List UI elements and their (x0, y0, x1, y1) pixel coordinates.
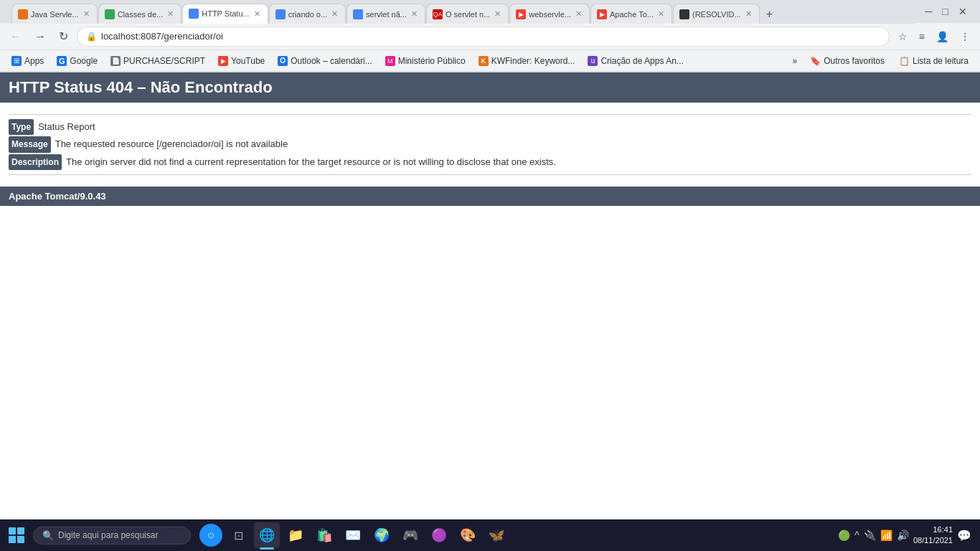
bookmark-label-google: Google (70, 56, 98, 66)
window-maximize-button[interactable]: □ (938, 4, 953, 19)
bookmark-label-youtube: YouTube (231, 56, 265, 66)
window-minimize-button[interactable]: ─ (921, 4, 937, 19)
tab-icon-webservle: ▶ (516, 9, 526, 19)
top-divider (9, 114, 971, 115)
tab-http-status[interactable]: HTTP Statu... ✕ (182, 4, 268, 24)
message-value: The requested resource [/gerenciador/oi]… (55, 136, 288, 152)
tab-close-classes[interactable]: ✕ (166, 9, 175, 19)
tab-icon-criando (275, 9, 286, 19)
description-label: Description (9, 154, 62, 170)
page-header: HTTP Status 404 – Não Encontrado (0, 72, 980, 103)
tab-title-apache: Apache To... (610, 10, 654, 19)
tabs-bar: Java Servle... ✕ Classes de... ✕ HTTP St… (9, 0, 915, 24)
tab-title-java: Java Servle... (31, 10, 79, 19)
message-row: Message The requested resource [/gerenci… (9, 136, 971, 152)
tab-icon-apache: ▶ (597, 9, 607, 19)
address-bar-row: ← → ↻ 🔒 localhost:8087/gerenciador/oi ☆ … (0, 23, 980, 50)
tab-close-http[interactable]: ✕ (253, 9, 262, 19)
bookmark-star-button[interactable]: ☆ (894, 28, 912, 45)
tab-title-o-servlet: O servlet n... (446, 10, 490, 19)
bookmark-icon-lista: 📋 (899, 56, 910, 66)
address-bar[interactable]: 🔒 localhost:8087/gerenciador/oi (77, 27, 890, 47)
type-label: Type (9, 119, 34, 135)
tab-resolvido[interactable]: (RESOLVID... ✕ (673, 4, 760, 24)
bookmark-outlook[interactable]: O Outlook – calendári... (272, 54, 377, 68)
tab-close-java[interactable]: ✕ (82, 9, 91, 19)
type-row: Type Status Report (9, 119, 971, 135)
tab-title-webservle: webservle... (529, 10, 571, 19)
tab-java-servle[interactable]: Java Servle... ✕ (11, 4, 98, 24)
tab-classes[interactable]: Classes de... ✕ (98, 4, 182, 24)
bookmark-label-ministerio: Ministério Público (398, 56, 466, 66)
tab-title-http: HTTP Statu... (202, 9, 249, 18)
page-title: HTTP Status 404 – Não Encontrado (9, 78, 273, 96)
bookmark-purchase-script[interactable]: 📄 PURCHASE/SCRIPT (105, 54, 211, 68)
bookmark-google[interactable]: G Google (51, 54, 103, 68)
tab-icon-resolvido (679, 9, 689, 19)
tab-close-servlet-nao[interactable]: ✕ (410, 9, 419, 19)
tab-close-webservle[interactable]: ✕ (574, 9, 583, 19)
tab-search-button[interactable]: ≡ (915, 28, 929, 45)
window-close-button[interactable]: ✕ (954, 4, 971, 19)
tab-close-resolvido[interactable]: ✕ (744, 9, 753, 19)
back-button[interactable]: ← (6, 27, 26, 46)
bookmark-label-outros: Outros favoritos (824, 56, 885, 66)
bookmark-apps[interactable]: ⊞ Apps (6, 54, 50, 68)
page-footer: Apache Tomcat/9.0.43 (0, 187, 980, 206)
footer-text: Apache Tomcat/9.0.43 (9, 191, 106, 202)
bookmark-icon-google: G (57, 56, 67, 66)
url-text: localhost:8087/gerenciador/oi (101, 31, 880, 42)
bookmark-icon-ministerio: M (385, 56, 395, 66)
page-content: HTTP Status 404 – Não Encontrado Type St… (0, 72, 980, 206)
tab-title-servlet-nao: servlet nã... (366, 10, 407, 19)
title-bar: Java Servle... ✕ Classes de... ✕ HTTP St… (0, 0, 980, 23)
tab-title-criando: criando o... (288, 10, 327, 19)
bookmark-kwfinder[interactable]: K KWFinder: Keyword... (473, 54, 581, 68)
tab-icon-o-servlet: QA (433, 9, 443, 19)
tab-o-servlet[interactable]: QA O servlet n... ✕ (426, 4, 509, 24)
bookmark-label-lista: Lista de leitura (913, 56, 969, 66)
reload-button[interactable]: ↻ (55, 27, 72, 46)
bookmark-label-purchase: PURCHASE/SCRIPT (123, 56, 205, 66)
bookmarks-more-button[interactable]: » (788, 54, 802, 68)
type-value: Status Report (38, 119, 95, 135)
bookmark-icon-outros: 🔖 (810, 56, 821, 66)
tab-title-resolvido: (RESOLVID... (692, 10, 741, 19)
bookmark-label-apps: Apps (24, 56, 44, 66)
tab-icon-classes (105, 9, 115, 19)
bookmark-icon-criacao: u (588, 56, 598, 66)
tab-close-apache[interactable]: ✕ (656, 9, 666, 19)
tab-criando[interactable]: criando o... ✕ (269, 4, 346, 24)
bookmark-youtube[interactable]: ▶ YouTube (212, 54, 270, 68)
page-body: Type Status Report Message The requested… (0, 103, 980, 187)
forward-button[interactable]: → (30, 27, 50, 46)
tab-close-criando[interactable]: ✕ (330, 9, 339, 19)
menu-button[interactable]: ⋮ (956, 28, 974, 45)
bookmark-lista[interactable]: 📋 Lista de leitura (893, 54, 974, 68)
message-label: Message (9, 136, 51, 152)
bookmark-outros[interactable]: 🔖 Outros favoritos (804, 54, 890, 68)
browser-chrome: Java Servle... ✕ Classes de... ✕ HTTP St… (0, 0, 980, 72)
bookmark-ministerio[interactable]: M Ministério Público (380, 54, 471, 68)
bookmark-icon-youtube: ▶ (218, 56, 228, 66)
tab-icon-java (18, 9, 28, 19)
bookmark-icon-apps: ⊞ (11, 56, 22, 66)
page-content-area: HTTP Status 404 – Não Encontrado Type St… (0, 72, 980, 517)
bookmarks-more: » 🔖 Outros favoritos 📋 Lista de leitura (788, 54, 974, 68)
tab-title-classes: Classes de... (118, 10, 164, 19)
tab-close-o-servlet[interactable]: ✕ (493, 9, 502, 19)
tab-servlet-nao[interactable]: servlet nã... ✕ (347, 4, 425, 24)
bookmark-icon-kwfinder: K (479, 56, 489, 66)
tab-icon-http (189, 9, 199, 19)
new-tab-button[interactable]: + (760, 5, 778, 24)
bookmark-icon-purchase: 📄 (110, 56, 121, 66)
profile-button[interactable]: 👤 (932, 28, 953, 45)
bookmark-label-criacao: Criação de Apps An... (600, 56, 683, 66)
tab-apache-tomcat[interactable]: ▶ Apache To... ✕ (590, 4, 672, 24)
bookmark-label-outlook: Outlook – calendári... (291, 56, 372, 66)
bottom-divider (9, 174, 971, 175)
tab-webservle[interactable]: ▶ webservle... ✕ (509, 4, 590, 24)
right-icons: ☆ ≡ 👤 ⋮ (894, 28, 974, 45)
bookmark-criacao[interactable]: u Criação de Apps An... (582, 54, 689, 68)
bookmarks-bar: ⊞ Apps G Google 📄 PURCHASE/SCRIPT ▶ YouT… (0, 50, 980, 72)
